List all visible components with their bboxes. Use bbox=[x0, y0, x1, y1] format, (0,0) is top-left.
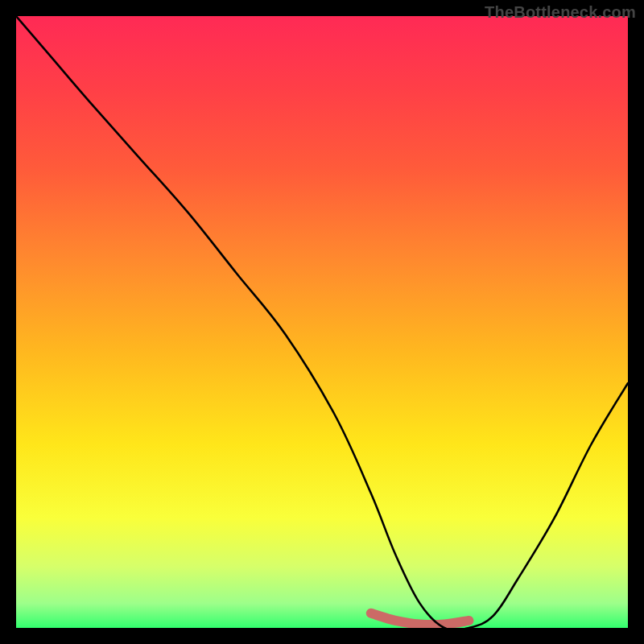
plot-area bbox=[16, 16, 628, 628]
chart-frame: TheBottleneck.com bbox=[0, 0, 644, 644]
